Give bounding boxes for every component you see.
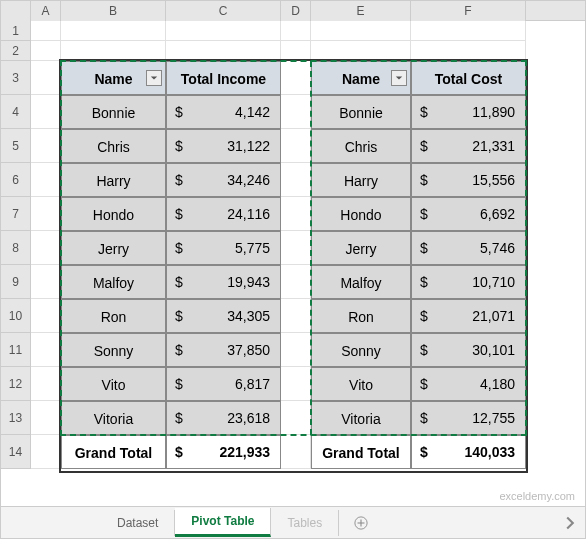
row-header-3[interactable]: 3 [1,61,31,95]
left-name-cell[interactable]: Vitoria [61,401,166,435]
row-header-4[interactable]: 4 [1,95,31,129]
cell-blank[interactable] [281,163,311,197]
row-header-12[interactable]: 12 [1,367,31,401]
left-name-cell[interactable]: Chris [61,129,166,163]
cell-B1[interactable] [61,21,166,41]
row-header-6[interactable]: 6 [1,163,31,197]
left-value-cell[interactable]: $23,618 [166,401,281,435]
right-value-cell[interactable]: $15,556 [411,163,526,197]
left-name-cell[interactable]: Bonnie [61,95,166,129]
right-value-cell[interactable]: $30,101 [411,333,526,367]
row-header-1[interactable]: 1 [1,21,31,41]
cell-blank[interactable] [31,163,61,197]
left-total-label[interactable]: Grand Total [61,435,166,469]
col-header-D[interactable]: D [281,1,311,21]
cell-blank[interactable] [281,95,311,129]
left-value-cell[interactable]: $19,943 [166,265,281,299]
cell-C2[interactable] [166,41,281,61]
cell-blank[interactable] [281,231,311,265]
right-name-cell[interactable]: Ron [311,299,411,333]
left-name-cell[interactable]: Harry [61,163,166,197]
cell-blank[interactable] [31,333,61,367]
cell-blank[interactable] [31,299,61,333]
row-header-11[interactable]: 11 [1,333,31,367]
left-name-cell[interactable]: Malfoy [61,265,166,299]
col-header-A[interactable]: A [31,1,61,21]
left-value-cell[interactable]: $31,122 [166,129,281,163]
cell-blank[interactable] [281,129,311,163]
left-value-cell[interactable]: $34,246 [166,163,281,197]
pivot-right-value-header[interactable]: Total Cost [411,61,526,95]
right-value-cell[interactable]: $11,890 [411,95,526,129]
left-name-cell[interactable]: Sonny [61,333,166,367]
right-total-label[interactable]: Grand Total [311,435,411,469]
right-value-cell[interactable]: $21,331 [411,129,526,163]
cell-C1[interactable] [166,21,281,41]
cell-blank[interactable] [281,265,311,299]
left-total-value[interactable]: $221,933 [166,435,281,469]
cell-A2[interactable] [31,41,61,61]
right-value-cell[interactable]: $12,755 [411,401,526,435]
cell-blank[interactable] [281,333,311,367]
cell-E1[interactable] [311,21,411,41]
row-header-9[interactable]: 9 [1,265,31,299]
scroll-right-icon[interactable] [563,516,577,530]
row-header-5[interactable]: 5 [1,129,31,163]
cell-D1[interactable] [281,21,311,41]
right-value-cell[interactable]: $21,071 [411,299,526,333]
right-name-cell[interactable]: Malfoy [311,265,411,299]
right-name-cell[interactable]: Chris [311,129,411,163]
cell-blank[interactable] [31,401,61,435]
cell-D3[interactable] [281,61,311,95]
col-header-B[interactable]: B [61,1,166,21]
row-header-13[interactable]: 13 [1,401,31,435]
right-name-cell[interactable]: Vito [311,367,411,401]
select-all-corner[interactable] [1,1,31,21]
cell-blank[interactable] [31,129,61,163]
filter-dropdown-icon[interactable] [391,70,407,86]
cell-blank[interactable] [31,231,61,265]
left-name-cell[interactable]: Vito [61,367,166,401]
right-value-cell[interactable]: $10,710 [411,265,526,299]
left-value-cell[interactable]: $6,817 [166,367,281,401]
right-value-cell[interactable]: $5,746 [411,231,526,265]
cell-blank[interactable] [281,299,311,333]
cell-D2[interactable] [281,41,311,61]
right-value-cell[interactable]: $4,180 [411,367,526,401]
left-value-cell[interactable]: $34,305 [166,299,281,333]
left-value-cell[interactable]: $4,142 [166,95,281,129]
row-header-14[interactable]: 14 [1,435,31,469]
row-header-10[interactable]: 10 [1,299,31,333]
col-header-F[interactable]: F [411,1,526,21]
tab-tables[interactable]: Tables [271,510,339,536]
right-value-cell[interactable]: $6,692 [411,197,526,231]
cell-F1[interactable] [411,21,526,41]
right-name-cell[interactable]: Vitoria [311,401,411,435]
pivot-right-name-header[interactable]: Name [311,61,411,95]
cell-blank[interactable] [281,197,311,231]
cell-blank[interactable] [281,401,311,435]
left-name-cell[interactable]: Hondo [61,197,166,231]
right-name-cell[interactable]: Sonny [311,333,411,367]
cell-blank[interactable] [31,197,61,231]
cell-A14[interactable] [31,435,61,469]
col-header-C[interactable]: C [166,1,281,21]
row-header-2[interactable]: 2 [1,41,31,61]
right-total-value[interactable]: $140,033 [411,435,526,469]
left-value-cell[interactable]: $24,116 [166,197,281,231]
right-name-cell[interactable]: Bonnie [311,95,411,129]
pivot-left-name-header[interactable]: Name [61,61,166,95]
left-value-cell[interactable]: $37,850 [166,333,281,367]
left-value-cell[interactable]: $5,775 [166,231,281,265]
cell-blank[interactable] [281,367,311,401]
cell-B2[interactable] [61,41,166,61]
cell-F2[interactable] [411,41,526,61]
row-header-8[interactable]: 8 [1,231,31,265]
cell-blank[interactable] [31,95,61,129]
row-header-7[interactable]: 7 [1,197,31,231]
cell-A1[interactable] [31,21,61,41]
filter-dropdown-icon[interactable] [146,70,162,86]
left-name-cell[interactable]: Jerry [61,231,166,265]
cell-A3[interactable] [31,61,61,95]
cell-E2[interactable] [311,41,411,61]
